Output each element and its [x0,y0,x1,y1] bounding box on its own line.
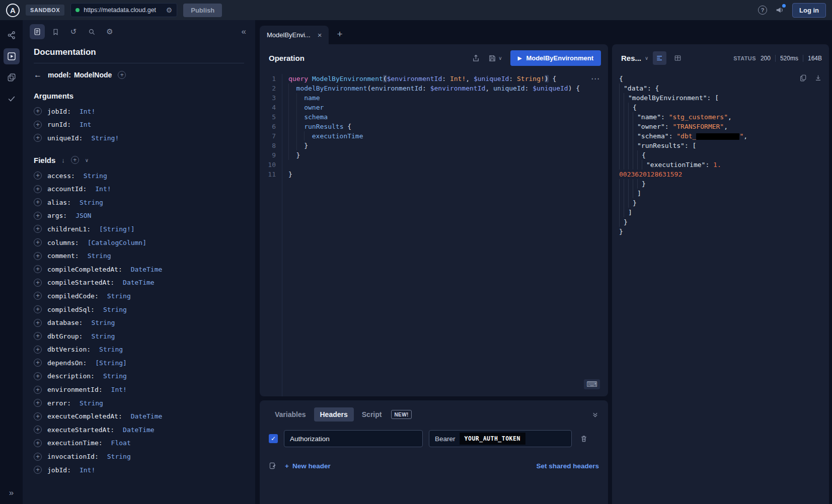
field-type-link[interactable]: String [84,172,107,180]
header-key-input[interactable]: Authorization [284,430,423,447]
doc-field-row[interactable]: +runId:Int [34,118,244,132]
editor-code[interactable]: query ModelByEnvironment($environmentId:… [282,74,608,396]
add-to-query-icon[interactable]: + [34,332,42,340]
save-dropdown-chevron-icon[interactable]: ∨ [498,55,502,61]
field-type-link[interactable]: [String!] [99,225,134,233]
add-to-query-icon[interactable]: + [34,198,42,206]
field-type-link[interactable]: String [88,252,111,260]
close-tab-icon[interactable]: × [318,31,322,39]
doc-field-row[interactable]: +access:String [34,169,244,183]
doc-field-row[interactable]: +childrenL1:[String!] [34,222,244,236]
collapse-bottom-panel-icon[interactable] [591,411,599,418]
doc-field-row[interactable]: +jobId:Int! [34,463,244,477]
search-icon[interactable] [84,24,99,39]
expand-rail-icon[interactable]: » [9,488,14,498]
field-type-link[interactable]: String [80,199,103,206]
add-to-query-icon[interactable]: + [34,439,42,447]
add-to-query-icon[interactable]: + [34,121,42,129]
delete-header-icon[interactable] [580,435,588,443]
field-type-link[interactable]: String! [91,134,119,142]
share-operation-icon[interactable] [472,54,480,62]
doc-field-row[interactable]: +dependsOn:[String] [34,356,244,370]
add-to-query-icon[interactable]: + [34,466,42,474]
query-editor[interactable]: 1234567891011 query ModelByEnvironment($… [260,71,608,396]
sort-fields-icon[interactable]: ↓ [61,156,65,164]
add-to-query-icon[interactable]: + [34,305,42,313]
doc-field-row[interactable]: +dbtVersion:String [34,343,244,357]
doc-field-row[interactable]: +environmentId:Int! [34,383,244,396]
field-type-link[interactable]: String [107,453,131,460]
announcements-icon[interactable] [775,6,784,15]
copy-response-icon[interactable] [799,74,807,81]
endpoint-settings-gear-icon[interactable]: ⚙ [166,6,173,14]
collapse-panel-icon[interactable]: « [242,27,246,37]
add-to-query-icon[interactable]: + [34,212,42,220]
field-type-link[interactable]: [String] [95,359,127,367]
add-type-icon[interactable]: + [118,71,126,79]
field-type-link[interactable]: String [91,319,115,326]
explorer-nav-icon[interactable] [4,48,20,64]
endpoint-url-text[interactable]: https://metadata.cloud.get [84,7,162,14]
field-type-link[interactable]: String [91,332,115,340]
doc-field-row[interactable]: +database:String [34,316,244,329]
table-view-icon[interactable] [671,51,685,65]
field-type-link[interactable]: DateTime [123,279,155,286]
back-icon[interactable]: ← [34,70,42,79]
new-tab-icon[interactable]: + [337,29,342,40]
doc-field-row[interactable]: +compileStartedAt:DateTime [34,276,244,290]
field-type-link[interactable]: String [80,399,103,407]
add-to-query-icon[interactable]: + [34,426,42,434]
save-icon[interactable] [488,54,496,62]
history-icon[interactable]: ↺ [66,24,81,39]
doc-field-row[interactable]: +description:String [34,370,244,383]
doc-field-row[interactable]: +executeCompletedAt:DateTime [34,409,244,423]
raw-view-icon[interactable] [653,51,666,65]
schema-nav-icon[interactable] [4,27,20,43]
doc-field-row[interactable]: +comment:String [34,249,244,263]
doc-field-row[interactable]: +executionTime:Float [34,437,244,450]
doc-field-row[interactable]: +executeStartedAt:DateTime [34,423,244,437]
field-type-link[interactable]: DateTime [123,426,155,434]
breadcrumb-type-name[interactable]: ModelNode [74,71,112,79]
doc-field-row[interactable]: +accountId:Int! [34,182,244,196]
login-button[interactable]: Log in [792,3,826,18]
doc-field-row[interactable]: +compiledSql:String [34,303,244,316]
fields-options-chevron-icon[interactable]: ∨ [85,157,89,163]
field-type-link[interactable]: JSON [75,212,91,219]
field-type-link[interactable]: Int [80,121,91,128]
add-all-fields-icon[interactable]: + [71,156,79,164]
edit-headers-icon[interactable] [269,462,277,470]
add-to-query-icon[interactable]: + [34,359,42,367]
doc-field-row[interactable]: +compileCompletedAt:DateTime [34,263,244,276]
doc-field-row[interactable]: +alias:String [34,196,244,209]
add-to-query-icon[interactable]: + [34,399,42,407]
set-shared-headers-button[interactable]: Set shared headers [536,462,599,470]
field-type-link[interactable]: String [103,306,127,313]
field-type-link[interactable]: Float [111,439,131,447]
field-type-link[interactable]: Int! [111,386,127,393]
settings-gear-icon[interactable]: ⚙ [102,24,117,39]
doc-field-row[interactable]: +columns:[CatalogColumn] [34,236,244,249]
header-value-input[interactable]: Bearer YOUR_AUTH_TOKEN [429,430,572,447]
add-to-query-icon[interactable]: + [34,319,42,327]
add-to-query-icon[interactable]: + [34,225,42,233]
operation-tab[interactable]: ModelByEnvi... × [260,26,329,44]
field-type-link[interactable]: Int! [80,466,95,474]
add-to-query-icon[interactable]: + [34,185,42,193]
doc-field-row[interactable]: +compiledCode:String [34,289,244,303]
documentation-tab-icon[interactable] [30,24,45,39]
tab-script[interactable]: Script [356,407,388,422]
add-to-query-icon[interactable]: + [34,346,42,354]
add-to-query-icon[interactable]: + [34,134,42,142]
add-to-query-icon[interactable]: + [34,172,42,180]
add-to-query-icon[interactable]: + [34,265,42,273]
field-type-link[interactable]: Int! [95,185,111,193]
keyboard-shortcuts-icon[interactable]: ⌨ [584,379,600,389]
bookmark-icon[interactable] [48,24,63,39]
doc-field-row[interactable]: +jobId:Int! [34,105,244,118]
editor-menu-icon[interactable]: ⋯ [591,73,600,84]
endpoint-url-input[interactable]: https://metadata.cloud.get ⚙ [70,3,177,17]
doc-field-row[interactable]: +error:String [34,396,244,410]
add-to-query-icon[interactable]: + [34,412,42,421]
response-title-dropdown[interactable]: Res... ∨ [621,54,648,62]
